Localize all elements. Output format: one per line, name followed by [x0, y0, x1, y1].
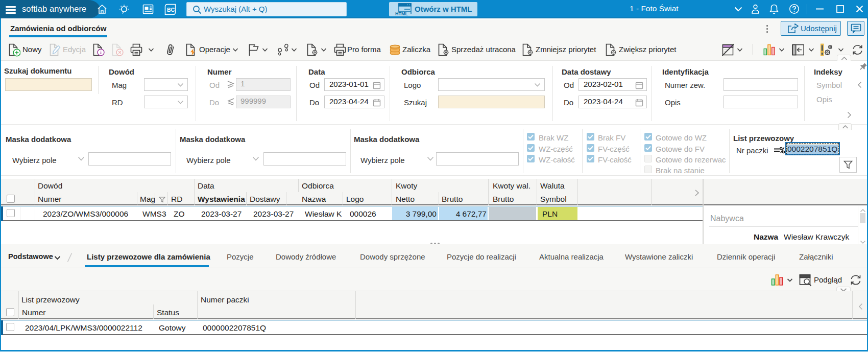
svg-text:BC: BC [167, 7, 175, 13]
svg-text:HTML: HTML [395, 11, 408, 16]
